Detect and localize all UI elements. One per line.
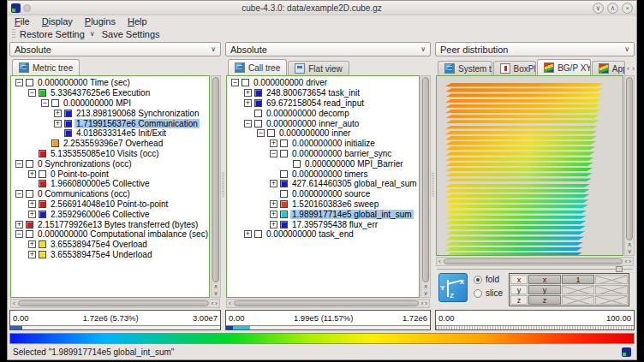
tree-row[interactable]: +2.151779926e13 Bytes transferred (bytes… (12, 219, 209, 229)
expand-icon[interactable]: + (54, 120, 62, 128)
tree-row[interactable]: +1.520160383e6 sweep (228, 199, 419, 210)
expand-icon[interactable]: + (244, 99, 252, 107)
tree-row[interactable]: +1.719915637e6 Communication (12, 118, 209, 128)
expand-icon[interactable]: + (28, 200, 36, 208)
tree-row[interactable]: 4.018633314e5 Init/Exit (12, 128, 209, 139)
collapse-icon[interactable]: − (15, 160, 23, 168)
topology-plot[interactable] (436, 75, 623, 256)
expand-icon[interactable]: + (28, 251, 36, 258)
topology-vscrollbar[interactable]: ∧∨ (624, 75, 635, 256)
tree-row[interactable]: −0.000000000 inner (228, 128, 419, 139)
tree-row[interactable]: 0.000000000 MPI_Barrier (228, 158, 419, 169)
expand-icon[interactable]: + (244, 230, 252, 238)
tree-row[interactable]: +0.000000000 initialize (228, 139, 419, 149)
system-mode-combobox[interactable]: Peer distribution ∨ (435, 42, 635, 56)
tree-row[interactable]: 2.253559396e7 Overhead (12, 139, 209, 149)
slice-radio[interactable]: slice (474, 288, 503, 298)
tab-scroll-right-icon[interactable]: › (632, 64, 635, 73)
tree-row[interactable]: +17.395795438 flux_err (228, 219, 419, 229)
tree-row[interactable]: 5.135355085e10 Visits (occ) (12, 149, 209, 159)
collapse-icon[interactable]: − (257, 129, 265, 137)
collapse-icon[interactable]: − (244, 120, 252, 128)
restore-setting-button[interactable]: Restore Setting (20, 29, 85, 39)
menu-help[interactable]: Help (128, 16, 147, 27)
metric-tree-view[interactable]: −0.000000000 Time (sec)−5.336437625e6 Ex… (10, 75, 210, 298)
expand-icon[interactable]: + (28, 211, 36, 218)
expand-icon[interactable]: + (270, 200, 277, 208)
tree-row[interactable]: +0.000000000 task_end (228, 229, 419, 240)
tree-row[interactable]: +427.614460305 global_real_sum (228, 179, 419, 189)
expand-icon[interactable]: + (15, 221, 23, 228)
tab-scroll-left-icon[interactable]: ‹ (627, 64, 629, 73)
collapse-icon[interactable]: − (41, 99, 49, 107)
call-hscrollbar[interactable]: ‹‹› (226, 299, 430, 308)
topology-zoom-slider[interactable] (437, 266, 633, 272)
fold-button-z[interactable]: z (528, 295, 561, 305)
splitter[interactable] (222, 171, 224, 197)
expand-icon[interactable]: + (244, 89, 252, 97)
slider-handle[interactable] (616, 266, 623, 272)
tab-boxplot[interactable]: BoxPlot (493, 61, 537, 75)
collapse-icon[interactable]: − (270, 150, 277, 157)
tree-row[interactable]: +3.655389475e4 Underload (12, 250, 209, 260)
tree-row[interactable]: +213.898190068 Synchronization (12, 108, 209, 118)
tree-row[interactable]: +3.655389475e4 Overload (12, 240, 209, 250)
tree-row[interactable]: 1.966080000e5 Collective (12, 179, 209, 189)
close-button[interactable]: × (622, 3, 633, 14)
tab-metric-tree[interactable]: Metric tree (12, 59, 80, 75)
chevron-down-icon[interactable]: ∨ (90, 30, 95, 38)
tree-row[interactable]: −0.000000000 barrier_sync (228, 149, 419, 159)
metric-hscrollbar[interactable]: ‹‹› (10, 299, 220, 308)
tree-row[interactable]: +69.672158054 read_input (228, 98, 419, 109)
expand-icon[interactable]: + (270, 221, 277, 228)
collapse-icon[interactable]: − (231, 79, 239, 86)
tree-row[interactable]: −0.000000000 inner_auto (228, 118, 419, 128)
tab-call-tree[interactable]: Call tree (228, 59, 287, 75)
tree-row[interactable]: −0.000000000 Time (sec) (12, 78, 209, 88)
tree-row[interactable]: 0.000000000 timers (228, 169, 419, 179)
expand-icon[interactable]: + (28, 170, 36, 178)
tree-row[interactable]: +1.989917714e5 global_int_sum (228, 209, 419, 219)
minimize-button[interactable]: ∨ (593, 3, 604, 14)
tab-app[interactable]: App (592, 61, 625, 75)
fold-radio[interactable]: fold (474, 275, 503, 284)
menu-plugins[interactable]: Plugins (85, 16, 116, 27)
tab-bg-p-xyzt[interactable]: BG/P XYZT (537, 59, 591, 75)
splitter[interactable] (432, 171, 434, 197)
tree-row[interactable]: −0.000000000 driver (228, 78, 419, 88)
tree-row[interactable]: 0.000000000 decomp (228, 108, 419, 118)
tree-row[interactable]: −0.000000000 MPI (12, 98, 209, 109)
tree-row[interactable]: +248.800673654 task_init (228, 88, 419, 98)
tree-row[interactable]: −0.000000000 Computational imbalance (se… (12, 229, 209, 240)
fold-button-1[interactable]: 1 (562, 275, 594, 284)
menu-display[interactable]: Display (42, 16, 73, 27)
tab-flat-view[interactable]: Flat view (288, 61, 349, 75)
tree-row[interactable]: −0 Communications (occ) (12, 189, 209, 199)
toolbar-drag-handle[interactable] (12, 29, 15, 39)
collapse-icon[interactable]: − (15, 190, 23, 198)
tree-row[interactable]: 0.000000000 source (228, 189, 419, 199)
expand-icon[interactable]: + (270, 139, 277, 147)
expand-icon[interactable]: + (28, 240, 36, 248)
expand-icon[interactable]: + (270, 180, 277, 187)
tree-row[interactable]: +2.359296000e6 Collective (12, 209, 209, 219)
metric-mode-combobox[interactable]: Absolute ∨ (9, 42, 221, 56)
tree-row[interactable]: +0 Point-to-point (12, 169, 209, 179)
expand-icon[interactable]: + (54, 110, 62, 117)
collapse-icon[interactable]: − (15, 79, 23, 86)
titlebar[interactable]: cube-4.3.0: data/example2D.cube.gz ∨∧× (8, 1, 636, 15)
tree-row[interactable]: −0 Synchronizations (occ) (12, 158, 209, 169)
maximize-button[interactable]: ∧ (607, 3, 618, 14)
save-settings-button[interactable]: Save Settings (102, 29, 160, 39)
tab-system-tree[interactable]: System tree (438, 61, 492, 75)
collapse-icon[interactable]: − (15, 230, 23, 238)
collapse-icon[interactable]: − (28, 89, 36, 97)
color-legend[interactable] (9, 333, 635, 344)
tree-row[interactable]: +2.566914048e10 Point-to-point (12, 199, 209, 210)
topology-hscrollbar[interactable]: ‹‹› (436, 257, 634, 266)
fold-button-x[interactable]: x (528, 275, 561, 284)
call-mode-combobox[interactable]: Absolute ∨ (225, 42, 431, 56)
menu-file[interactable]: File (15, 16, 30, 27)
expand-icon[interactable]: + (270, 211, 277, 218)
metric-vscrollbar[interactable]: ∧∨ (211, 75, 221, 298)
